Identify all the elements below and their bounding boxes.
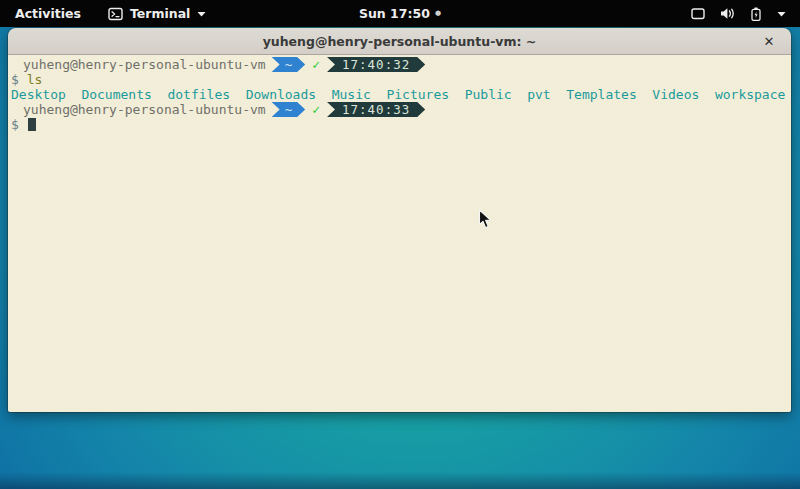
- activities-button[interactable]: Activities: [0, 0, 96, 27]
- volume-icon: [720, 7, 735, 20]
- battery-charging-icon: [750, 7, 762, 21]
- desktop-root: Activities Terminal Sun 17:50 ●: [0, 0, 800, 489]
- close-icon[interactable]: ✕: [757, 28, 781, 55]
- prompt-symbol: $: [11, 117, 19, 132]
- window-title-bar[interactable]: yuheng@henry-personal-ubuntu-vm: ~ ✕: [8, 28, 791, 55]
- screen-icon: [691, 7, 705, 20]
- prompt-path-segment: ~: [272, 57, 306, 72]
- prompt-user-host: yuheng@henry-personal-ubuntu-vm: [11, 102, 266, 117]
- prompt-line-2: yuheng@henry-personal-ubuntu-vm ~ ✓ 17:4…: [11, 102, 788, 117]
- prompt-time-segment: 17:40:32: [327, 57, 425, 72]
- directory-entry: Music: [332, 87, 371, 102]
- command-line: $ ls: [11, 72, 788, 87]
- terminal-app-icon: [108, 7, 123, 21]
- gnome-top-bar: Activities Terminal Sun 17:50 ●: [0, 0, 800, 27]
- chevron-down-icon: [777, 11, 786, 17]
- directory-entry: Downloads: [246, 87, 316, 102]
- prompt-symbol: $: [11, 72, 19, 87]
- system-status-area[interactable]: [677, 0, 800, 27]
- directory-entry: Videos: [652, 87, 699, 102]
- directory-entry: Desktop: [11, 87, 66, 102]
- app-menu-label: Terminal: [130, 6, 190, 21]
- directory-entry: Documents: [81, 87, 151, 102]
- app-menu-chevron-icon: [197, 11, 206, 17]
- directory-entry: workspace: [715, 87, 785, 102]
- clock-label[interactable]: Sun 17:50: [359, 6, 430, 21]
- app-menu-button[interactable]: Terminal: [96, 0, 218, 27]
- prompt-time-segment: 17:40:33: [327, 102, 425, 117]
- prompt-path-segment: ~: [272, 102, 306, 117]
- directory-entry: pvt: [527, 87, 550, 102]
- prompt-user-host: yuheng@henry-personal-ubuntu-vm: [11, 57, 266, 72]
- typed-command: ls: [27, 72, 43, 87]
- top-bar-left: Activities Terminal: [0, 0, 218, 27]
- prompt-line-1: yuheng@henry-personal-ubuntu-vm ~ ✓ 17:4…: [11, 57, 788, 72]
- terminal-viewport[interactable]: yuheng@henry-personal-ubuntu-vm ~ ✓ 17:4…: [8, 55, 791, 412]
- activities-label: Activities: [15, 6, 81, 21]
- notification-dot: ●: [435, 0, 441, 27]
- prompt-status-check-icon: ✓: [312, 102, 320, 117]
- directory-entry: dotfiles: [167, 87, 230, 102]
- terminal-window: yuheng@henry-personal-ubuntu-vm: ~ ✕ yuh…: [8, 28, 791, 412]
- directory-entry: Templates: [566, 87, 636, 102]
- directory-entry: Public: [465, 87, 512, 102]
- input-line: $: [11, 117, 788, 132]
- directory-entry: Pictures: [386, 87, 449, 102]
- window-title: yuheng@henry-personal-ubuntu-vm: ~: [263, 34, 537, 49]
- directory-listing: DesktopDocumentsdotfilesDownloadsMusicPi…: [11, 87, 788, 102]
- terminal-cursor: [28, 118, 36, 131]
- prompt-status-check-icon: ✓: [312, 57, 320, 72]
